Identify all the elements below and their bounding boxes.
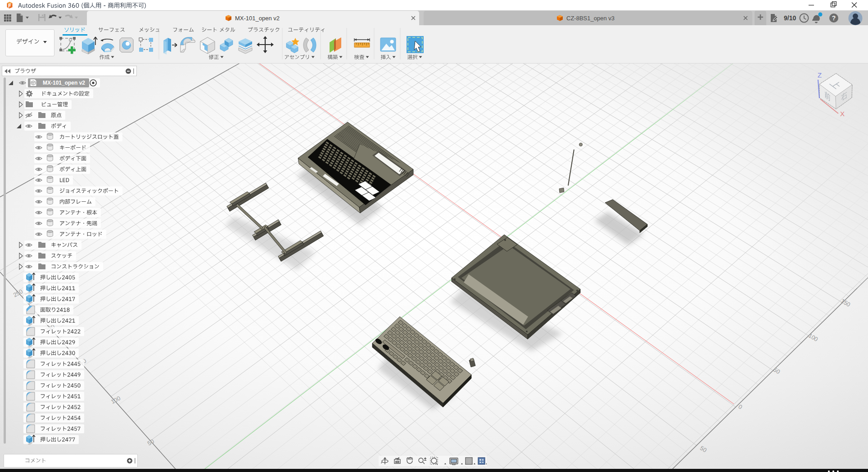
svg-text:Z: Z xyxy=(818,71,822,79)
svg-text:X: X xyxy=(840,110,845,118)
svg-text:?: ? xyxy=(832,14,836,22)
svg-text:MX-101_open v2: MX-101_open v2 xyxy=(43,80,85,86)
